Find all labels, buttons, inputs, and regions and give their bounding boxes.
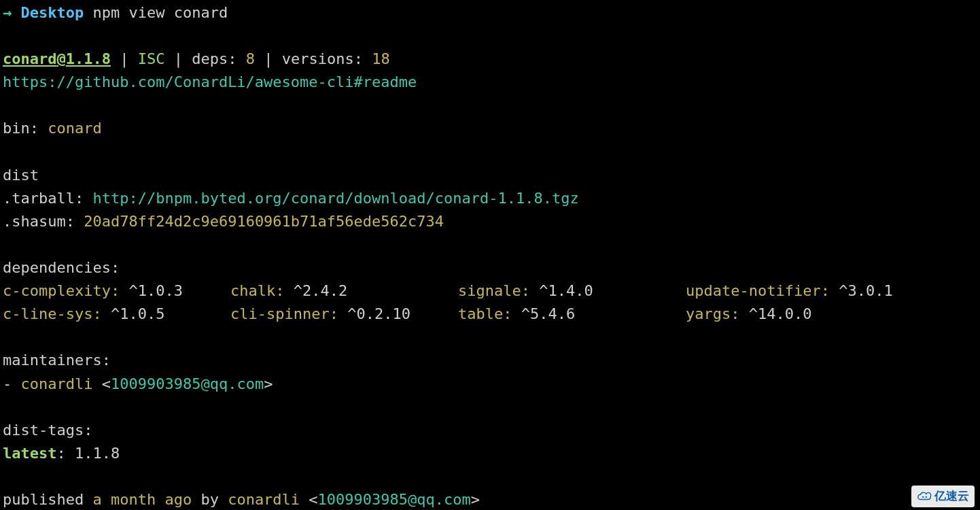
deps-count: 8 <box>246 50 255 67</box>
cloud-icon <box>917 490 932 503</box>
versions-count: 18 <box>372 50 390 67</box>
repo-url[interactable]: https://github.com/ConardLi/awesome-cli#… <box>3 73 417 90</box>
tag-latest: latest <box>3 445 56 462</box>
shasum-value: 20ad78ff24d2c9e69160961b71af56ede562c734 <box>84 213 444 230</box>
versions-label: versions: <box>282 50 363 67</box>
dependency-item: chalk: ^2.4.2 <box>230 279 458 303</box>
package-name: conard <box>3 50 56 67</box>
package-header-line: conard@1.1.8 | ISC | deps: 8 | versions:… <box>3 48 977 71</box>
dependencies-header: dependencies: <box>3 256 977 279</box>
published-email[interactable]: 1009903985@qq.com <box>318 491 471 508</box>
dependency-item: update-notifier: ^3.0.1 <box>686 279 977 303</box>
tarball-label: .tarball: <box>3 190 84 207</box>
bin-label: bin: <box>3 120 39 137</box>
deps-label: deps: <box>192 50 237 67</box>
dependency-item: yargs: ^14.0.0 <box>686 303 977 326</box>
maintainer-email[interactable]: 1009903985@qq.com <box>111 375 264 392</box>
prompt-location: Desktop <box>21 4 84 21</box>
dist-tags-header: dist-tags: <box>3 419 977 442</box>
bin-line: bin: conard <box>3 117 977 140</box>
package-url-line: https://github.com/ConardLi/awesome-cli#… <box>3 71 977 94</box>
svg-point-1 <box>926 496 927 498</box>
dependency-item: c-line-sys: ^1.0.5 <box>3 303 230 326</box>
maintainers-header: maintainers: <box>3 349 977 372</box>
published-author: conardli <box>228 491 300 508</box>
watermark-text: 亿速云 <box>934 488 969 505</box>
maintainer-line: - conardli <1009903985@qq.com> <box>3 373 977 396</box>
terminal-output: → Desktop npm view conard conard@1.1.8 |… <box>0 0 980 510</box>
license: ISC <box>138 50 165 67</box>
shasum-line: .shasum: 20ad78ff24d2c9e69160961b71af56e… <box>3 210 977 233</box>
prompt-arrow: → <box>3 4 12 21</box>
maintainer-name: conardli <box>21 375 93 392</box>
dependency-item: table: ^5.4.6 <box>458 303 686 326</box>
shasum-label: .shasum: <box>3 213 75 230</box>
tarball-line: .tarball: http://bnpm.byted.org/conard/d… <box>3 187 977 210</box>
bin-value: conard <box>48 120 101 137</box>
watermark-badge: 亿速云 <box>911 486 975 507</box>
dependencies-grid: c-complexity: ^1.0.3 chalk: ^2.4.2 signa… <box>3 279 977 326</box>
package-version: 1.1.8 <box>66 50 111 67</box>
prompt-line: → Desktop npm view conard <box>3 1 977 24</box>
tag-version: 1.1.8 <box>75 445 120 462</box>
tarball-url[interactable]: http://bnpm.byted.org/conard/download/co… <box>92 190 578 207</box>
command-text[interactable]: npm view conard <box>92 4 228 21</box>
dependency-item: signale: ^1.4.0 <box>458 279 686 303</box>
published-line: published a month ago by conardli <10099… <box>3 488 977 510</box>
package-at: @ <box>56 50 65 67</box>
dist-header: dist <box>3 164 977 187</box>
svg-point-0 <box>922 496 924 498</box>
dependency-item: c-complexity: ^1.0.3 <box>3 279 230 303</box>
published-ago: a month ago <box>92 491 192 508</box>
dist-tag-line: latest: 1.1.8 <box>3 442 977 465</box>
dependency-item: cli-spinner: ^0.2.10 <box>230 303 458 326</box>
